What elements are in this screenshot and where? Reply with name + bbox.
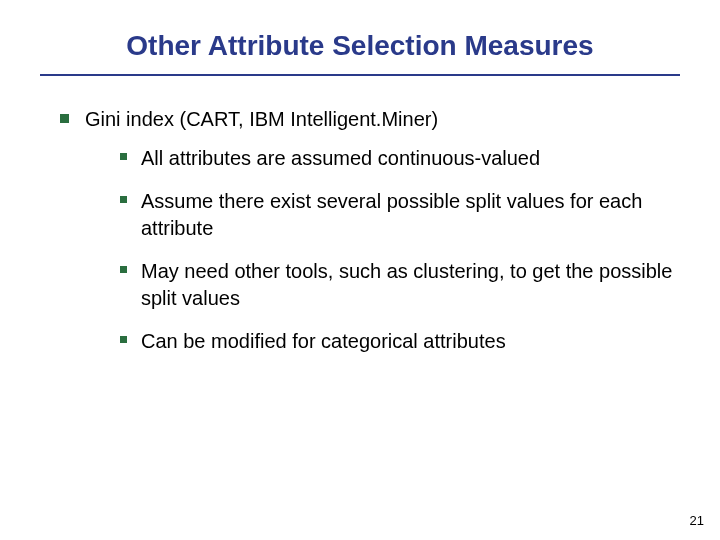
bullet-square-icon bbox=[120, 336, 127, 343]
list-item-level1: Gini index (CART, IBM Intelligent.Miner) bbox=[60, 106, 680, 133]
bullet-square-icon bbox=[120, 196, 127, 203]
list-item-level2: May need other tools, such as clustering… bbox=[120, 258, 680, 312]
title-underline bbox=[40, 74, 680, 76]
list-item-level2: All attributes are assumed continuous-va… bbox=[120, 145, 680, 172]
level2-text: Assume there exist several possible spli… bbox=[141, 188, 680, 242]
list-item-level2: Assume there exist several possible spli… bbox=[120, 188, 680, 242]
bullet-square-icon bbox=[60, 114, 69, 123]
page-number: 21 bbox=[690, 513, 704, 528]
level2-text: May need other tools, such as clustering… bbox=[141, 258, 680, 312]
bullet-square-icon bbox=[120, 266, 127, 273]
list-item-level2: Can be modified for categorical attribut… bbox=[120, 328, 680, 355]
level2-text: Can be modified for categorical attribut… bbox=[141, 328, 506, 355]
level2-text: All attributes are assumed continuous-va… bbox=[141, 145, 540, 172]
level1-text: Gini index (CART, IBM Intelligent.Miner) bbox=[85, 106, 438, 133]
slide-title: Other Attribute Selection Measures bbox=[40, 30, 680, 62]
slide: Other Attribute Selection Measures Gini … bbox=[0, 0, 720, 540]
bullet-square-icon bbox=[120, 153, 127, 160]
